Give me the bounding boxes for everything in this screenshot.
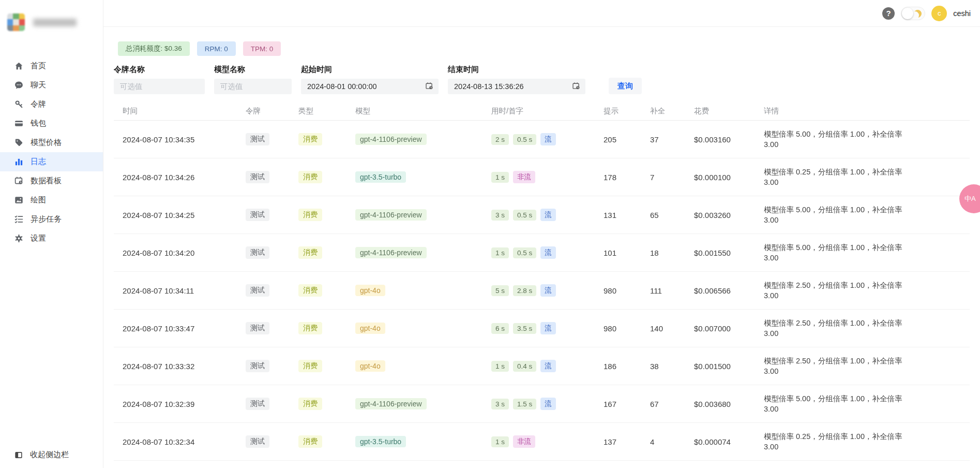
latency-badge: 5 s bbox=[491, 285, 509, 296]
detail-text: 模型倍率 5.00，分组倍率 1.00，补全倍率 3.00 bbox=[755, 242, 970, 264]
type-tag[interactable]: 消费 bbox=[298, 209, 322, 221]
model-name-label: 模型名称 bbox=[214, 65, 292, 75]
model-name-input[interactable] bbox=[214, 79, 292, 94]
prompt-tokens: 167 bbox=[597, 400, 644, 408]
sidebar-item-home[interactable]: 首页 bbox=[0, 56, 103, 76]
key-icon bbox=[14, 99, 24, 109]
col-prompt: 提示 bbox=[597, 106, 644, 116]
sidebar-item-chat[interactable]: 聊天 bbox=[0, 76, 103, 95]
sidebar-item-label: 令牌 bbox=[31, 99, 46, 109]
sidebar-item-wallet[interactable]: 钱包 bbox=[0, 114, 103, 133]
token-tag[interactable]: 测试 bbox=[246, 209, 269, 221]
completion-tokens: 67 bbox=[644, 400, 688, 408]
end-time-label: 结束时间 bbox=[448, 65, 585, 75]
cost-value: $0.001550 bbox=[688, 248, 755, 257]
brand bbox=[0, 0, 103, 31]
token-name-label: 令牌名称 bbox=[114, 65, 205, 75]
completion-tokens: 18 bbox=[644, 248, 688, 257]
token-tag[interactable]: 测试 bbox=[246, 435, 269, 448]
token-tag[interactable]: 测试 bbox=[246, 171, 269, 183]
bar-chart-icon bbox=[14, 157, 24, 167]
calendar-icon[interactable] bbox=[572, 82, 581, 91]
sidebar-item-logs[interactable]: 日志 bbox=[0, 152, 103, 171]
sidebar-item-tokens[interactable]: 令牌 bbox=[0, 95, 103, 114]
type-tag[interactable]: 消费 bbox=[298, 246, 322, 259]
detail-text: 模型倍率 5.00，分组倍率 1.00，补全倍率 3.00 bbox=[755, 393, 970, 415]
model-tag[interactable]: gpt-4-1106-preview bbox=[355, 134, 427, 145]
model-tag[interactable]: gpt-4-1106-preview bbox=[355, 209, 427, 221]
username[interactable]: ceshi bbox=[953, 9, 971, 18]
table-row: 2024-08-07 10:33:47 测试 消费 gpt-4o 6 s 3.5… bbox=[114, 310, 970, 347]
log-time: 2024-08-07 10:32:34 bbox=[114, 437, 237, 446]
chat-icon bbox=[14, 80, 24, 90]
stream-badge: 流 bbox=[540, 284, 556, 297]
sidebar-item-drawing[interactable]: 绘图 bbox=[0, 191, 103, 210]
token-tag[interactable]: 测试 bbox=[246, 246, 269, 259]
model-tag[interactable]: gpt-4o bbox=[355, 285, 385, 296]
prompt-tokens: 137 bbox=[597, 437, 644, 446]
calendar-icon[interactable] bbox=[425, 82, 434, 91]
collapse-sidebar-label: 收起侧边栏 bbox=[30, 450, 69, 460]
theme-toggle[interactable] bbox=[901, 7, 925, 20]
completion-tokens: 111 bbox=[644, 286, 688, 295]
cost-value: $0.003260 bbox=[688, 211, 755, 220]
type-tag[interactable]: 消费 bbox=[298, 322, 322, 334]
table-row: 2024-08-07 10:34:26 测试 消费 gpt-3.5-turbo … bbox=[114, 158, 970, 196]
token-tag[interactable]: 测试 bbox=[246, 360, 269, 372]
end-time-input[interactable] bbox=[448, 79, 585, 94]
completion-tokens: 65 bbox=[644, 211, 688, 220]
cost-value: $0.001500 bbox=[688, 362, 755, 371]
type-tag[interactable]: 消费 bbox=[298, 398, 322, 410]
stream-badge: 流 bbox=[540, 360, 556, 372]
completion-tokens: 38 bbox=[644, 362, 688, 371]
start-time-input[interactable] bbox=[301, 79, 439, 94]
stream-badge: 非流 bbox=[513, 171, 535, 183]
type-tag[interactable]: 消费 bbox=[298, 133, 322, 145]
sidebar-item-async-tasks[interactable]: 异步任务 bbox=[0, 210, 103, 229]
prompt-tokens: 131 bbox=[597, 211, 644, 220]
prompt-tokens: 205 bbox=[597, 135, 644, 144]
token-tag[interactable]: 测试 bbox=[246, 133, 269, 145]
model-tag[interactable]: gpt-4o bbox=[355, 360, 385, 372]
model-tag[interactable]: gpt-4-1106-preview bbox=[355, 247, 427, 258]
sidebar-item-settings[interactable]: 设置 bbox=[0, 229, 103, 248]
type-tag[interactable]: 消费 bbox=[298, 171, 322, 183]
tasks-icon bbox=[14, 214, 24, 224]
stream-badge: 非流 bbox=[513, 435, 535, 448]
token-tag[interactable]: 测试 bbox=[246, 398, 269, 410]
stream-badge: 流 bbox=[540, 133, 556, 145]
sidebar-item-model-prices[interactable]: 模型价格 bbox=[0, 133, 103, 152]
model-tag[interactable]: gpt-4-1106-preview bbox=[355, 398, 427, 410]
col-cost: 花费 bbox=[688, 106, 755, 116]
token-tag[interactable]: 测试 bbox=[246, 322, 269, 334]
topbar: ? c ceshi bbox=[103, 0, 980, 27]
type-tag[interactable]: 消费 bbox=[298, 435, 322, 448]
type-tag[interactable]: 消费 bbox=[298, 284, 322, 297]
detail-text: 模型倍率 5.00，分组倍率 1.00，补全倍率 3.00 bbox=[755, 204, 970, 226]
col-type: 类型 bbox=[290, 106, 346, 116]
query-button[interactable]: 查询 bbox=[609, 78, 642, 94]
help-icon[interactable]: ? bbox=[882, 7, 895, 20]
latency-badge: 6 s bbox=[491, 323, 509, 334]
sidebar-item-dashboard[interactable]: 数据看板 bbox=[0, 171, 103, 191]
first-token-badge: 0.4 s bbox=[513, 361, 536, 372]
type-tag[interactable]: 消费 bbox=[298, 360, 322, 372]
prompt-tokens: 980 bbox=[597, 286, 644, 295]
model-tag[interactable]: gpt-3.5-turbo bbox=[355, 171, 406, 183]
sidebar-item-label: 日志 bbox=[31, 157, 46, 167]
token-tag[interactable]: 测试 bbox=[246, 284, 269, 297]
first-token-badge: 2.8 s bbox=[513, 285, 536, 296]
table-row: 2024-08-07 10:32:39 测试 消费 gpt-4-1106-pre… bbox=[114, 385, 970, 423]
model-tag[interactable]: gpt-3.5-turbo bbox=[355, 436, 406, 447]
sidebar-item-label: 数据看板 bbox=[31, 176, 62, 186]
col-completion: 补全 bbox=[644, 106, 688, 116]
collapse-sidebar-button[interactable]: 收起侧边栏 bbox=[0, 445, 103, 464]
avatar[interactable]: c bbox=[931, 6, 947, 21]
stream-badge: 流 bbox=[540, 398, 556, 410]
latency-badge: 1 s bbox=[491, 172, 509, 183]
model-tag[interactable]: gpt-4o bbox=[355, 323, 385, 334]
token-name-input[interactable] bbox=[114, 79, 205, 94]
image-icon bbox=[14, 195, 24, 205]
latency-badge: 1 s bbox=[491, 436, 509, 447]
wallet-icon bbox=[14, 119, 24, 128]
